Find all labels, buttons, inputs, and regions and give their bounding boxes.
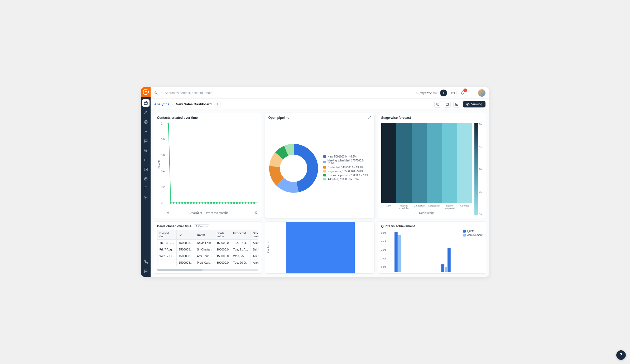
table-header[interactable]: Name (195, 230, 214, 240)
svg-point-29 (199, 202, 201, 204)
table-header[interactable]: Closed da... (157, 230, 176, 240)
stage-bar (396, 123, 412, 203)
scale-tick: 1M (479, 213, 483, 215)
card-quota: Quota vs achievement 600k 500k 400k 300k… (378, 222, 486, 274)
svg-rect-55 (394, 232, 397, 272)
trial-text: 15 days free trial (416, 91, 437, 95)
svg-point-47 (251, 202, 252, 204)
stage-label: Meeting scheduled (396, 204, 412, 210)
table-header[interactable]: ID (176, 230, 195, 240)
sidebar-item-documents[interactable] (142, 185, 150, 192)
expand-button[interactable] (368, 116, 371, 121)
viewing-button[interactable]: Viewing (463, 101, 485, 107)
y-axis-label: Contacts (265, 242, 271, 253)
sidebar-item-deals[interactable] (142, 118, 150, 126)
sidebar-item-contacts[interactable] (142, 109, 150, 116)
sidebar-item-analytics[interactable] (142, 128, 150, 135)
schedule-button[interactable] (444, 101, 451, 108)
svg-rect-59 (445, 267, 448, 272)
scale-tick: 5M (479, 123, 483, 125)
legend-item: Demo completed, 778000.0 - 7.3% (323, 174, 371, 177)
speech-icon (144, 269, 148, 273)
card-middle-bottom: Contacts (265, 222, 375, 274)
table-header[interactable]: Deals value (214, 230, 231, 240)
svg-point-38 (225, 202, 227, 204)
table-row[interactable]: Fri, 7 Aug...1500008...Sri Chaita...1000… (157, 246, 258, 253)
bar-chart-icon (144, 167, 148, 171)
search-input[interactable] (165, 91, 233, 95)
present-button[interactable] (453, 101, 460, 108)
search-icon[interactable] (154, 91, 158, 95)
legend-item: Admitted, 700000.0 - 6.5% (323, 178, 371, 181)
quota-chart: 600k 500k 400k 300k 200k (381, 230, 483, 272)
stage-bar (427, 123, 442, 203)
svg-point-17 (467, 104, 468, 105)
dashboard-menu-button[interactable] (214, 101, 220, 107)
stage-bar (442, 123, 457, 203)
svg-point-43 (239, 202, 241, 204)
svg-point-45 (245, 202, 247, 204)
sidebar-item-phone[interactable] (142, 258, 150, 265)
table-cell: 1500008... (176, 259, 195, 266)
svg-point-12 (217, 104, 218, 105)
calendar-small-icon (445, 102, 449, 106)
svg-rect-56 (398, 235, 401, 272)
donut-svg (268, 142, 319, 195)
quota-legend: Quota Achievement (463, 230, 483, 272)
table-row[interactable]: Wed, 7 O...1500008...Ami Kenn...150000.0… (157, 253, 258, 259)
y-tick: 1 (161, 122, 165, 125)
table-row[interactable]: Thu, 30 J...1500008...David Lark150000.0… (157, 240, 258, 246)
sidebar-item-conversations[interactable] (142, 267, 150, 275)
trend-icon (144, 129, 148, 134)
table-cell: 100000.0 (214, 246, 231, 253)
table-row[interactable]: 1500008...Prad Kan...300000.0Tue, 20 O..… (157, 259, 258, 266)
sidebar-item-products[interactable] (142, 175, 150, 183)
deals-table[interactable]: Closed da...IDNameDeals valueExpected ..… (157, 230, 258, 267)
sidebar-item-calendar[interactable] (142, 99, 150, 107)
svg-point-20 (173, 202, 175, 204)
partial-bar (286, 222, 355, 273)
app-window: 15 days free trial 2 Analytics › New Sal… (141, 87, 489, 277)
stage-label: Demo completed (442, 204, 457, 210)
table-cell: 150000.0 (214, 253, 231, 259)
viewing-label: Viewing (471, 102, 482, 106)
robot-icon (144, 158, 148, 162)
card-stage-forecast: Stage-wise forecast New (378, 113, 486, 218)
upload-icon (436, 102, 440, 106)
table-cell: 1500008... (176, 246, 195, 253)
user-avatar[interactable] (478, 89, 485, 97)
sidebar-item-chat[interactable] (142, 137, 150, 145)
table-header[interactable]: Expected ... (231, 230, 251, 240)
mail-icon (451, 91, 455, 95)
card-title: Open pipeline (268, 116, 371, 120)
mail-button[interactable] (450, 90, 456, 96)
export-button[interactable] (434, 101, 441, 108)
table-cell: Tue, 21 A... (231, 246, 251, 253)
svg-point-18 (168, 123, 170, 125)
plus-icon (442, 91, 445, 95)
card-title: Contacts created over time (157, 116, 258, 120)
sidebar-item-reports[interactable] (142, 166, 150, 173)
sidebar-item-bot[interactable] (142, 156, 150, 164)
svg-point-5 (146, 150, 146, 150)
sidebar-item-goals[interactable] (142, 147, 150, 154)
dollar-icon (144, 120, 148, 124)
app-logo[interactable] (141, 87, 151, 97)
card-open-pipeline: Open pipeline New, 5001000.0 - 46.6% (265, 113, 375, 218)
sidebar-item-settings[interactable] (142, 194, 150, 201)
table-header[interactable]: Sales own... (251, 230, 258, 240)
breadcrumb-root[interactable]: Analytics (154, 102, 170, 106)
records-count: 4 Records (194, 224, 210, 228)
bell-button[interactable] (469, 90, 475, 96)
table-scrollbar[interactable] (157, 269, 258, 271)
svg-point-39 (228, 202, 229, 204)
svg-point-44 (242, 202, 244, 204)
box-icon (144, 177, 148, 181)
table-cell: Aileen Ma... (251, 253, 258, 259)
card-deals-closed: Deals closed over time 4 Records Closed … (154, 222, 262, 274)
table-cell: Prad Kan... (195, 259, 214, 266)
svg-point-37 (222, 202, 224, 204)
alert-button[interactable]: 2 (459, 90, 466, 96)
add-button[interactable] (440, 90, 447, 96)
chevron-down-icon[interactable] (160, 92, 163, 94)
